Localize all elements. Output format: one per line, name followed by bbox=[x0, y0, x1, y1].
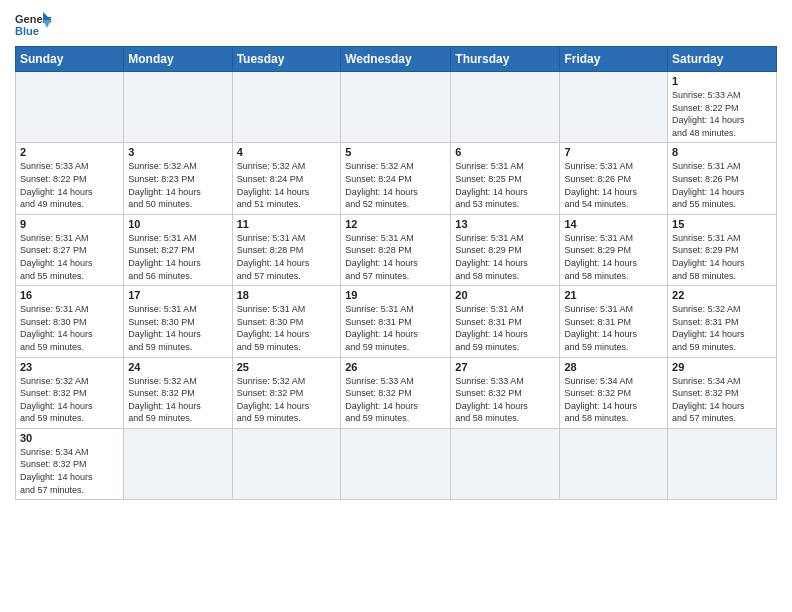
day-number: 7 bbox=[564, 146, 663, 158]
calendar-cell bbox=[341, 72, 451, 143]
day-info: Sunrise: 5:31 AM Sunset: 8:29 PM Dayligh… bbox=[672, 232, 772, 282]
day-number: 18 bbox=[237, 289, 337, 301]
day-info: Sunrise: 5:31 AM Sunset: 8:30 PM Dayligh… bbox=[20, 303, 119, 353]
day-number: 2 bbox=[20, 146, 119, 158]
day-info: Sunrise: 5:31 AM Sunset: 8:30 PM Dayligh… bbox=[237, 303, 337, 353]
day-info: Sunrise: 5:31 AM Sunset: 8:31 PM Dayligh… bbox=[345, 303, 446, 353]
day-info: Sunrise: 5:31 AM Sunset: 8:26 PM Dayligh… bbox=[672, 160, 772, 210]
calendar-week-1: 1Sunrise: 5:33 AM Sunset: 8:22 PM Daylig… bbox=[16, 72, 777, 143]
day-info: Sunrise: 5:33 AM Sunset: 8:32 PM Dayligh… bbox=[455, 375, 555, 425]
calendar-cell: 10Sunrise: 5:31 AM Sunset: 8:27 PM Dayli… bbox=[124, 214, 232, 285]
calendar-cell: 9Sunrise: 5:31 AM Sunset: 8:27 PM Daylig… bbox=[16, 214, 124, 285]
calendar-cell: 18Sunrise: 5:31 AM Sunset: 8:30 PM Dayli… bbox=[232, 286, 341, 357]
weekday-header-monday: Monday bbox=[124, 47, 232, 72]
calendar-week-4: 16Sunrise: 5:31 AM Sunset: 8:30 PM Dayli… bbox=[16, 286, 777, 357]
day-number: 4 bbox=[237, 146, 337, 158]
day-number: 14 bbox=[564, 218, 663, 230]
day-number: 9 bbox=[20, 218, 119, 230]
day-info: Sunrise: 5:32 AM Sunset: 8:32 PM Dayligh… bbox=[128, 375, 227, 425]
calendar-cell: 1Sunrise: 5:33 AM Sunset: 8:22 PM Daylig… bbox=[668, 72, 777, 143]
calendar-cell: 6Sunrise: 5:31 AM Sunset: 8:25 PM Daylig… bbox=[451, 143, 560, 214]
calendar-cell: 17Sunrise: 5:31 AM Sunset: 8:30 PM Dayli… bbox=[124, 286, 232, 357]
day-info: Sunrise: 5:31 AM Sunset: 8:25 PM Dayligh… bbox=[455, 160, 555, 210]
weekday-header-wednesday: Wednesday bbox=[341, 47, 451, 72]
day-number: 8 bbox=[672, 146, 772, 158]
calendar-cell: 25Sunrise: 5:32 AM Sunset: 8:32 PM Dayli… bbox=[232, 357, 341, 428]
calendar-cell: 30Sunrise: 5:34 AM Sunset: 8:32 PM Dayli… bbox=[16, 428, 124, 499]
calendar-cell: 15Sunrise: 5:31 AM Sunset: 8:29 PM Dayli… bbox=[668, 214, 777, 285]
day-info: Sunrise: 5:33 AM Sunset: 8:22 PM Dayligh… bbox=[672, 89, 772, 139]
calendar-cell: 3Sunrise: 5:32 AM Sunset: 8:23 PM Daylig… bbox=[124, 143, 232, 214]
calendar-cell: 14Sunrise: 5:31 AM Sunset: 8:29 PM Dayli… bbox=[560, 214, 668, 285]
day-number: 19 bbox=[345, 289, 446, 301]
day-number: 17 bbox=[128, 289, 227, 301]
calendar-cell: 20Sunrise: 5:31 AM Sunset: 8:31 PM Dayli… bbox=[451, 286, 560, 357]
calendar-table: SundayMondayTuesdayWednesdayThursdayFrid… bbox=[15, 46, 777, 500]
calendar-week-3: 9Sunrise: 5:31 AM Sunset: 8:27 PM Daylig… bbox=[16, 214, 777, 285]
weekday-header-saturday: Saturday bbox=[668, 47, 777, 72]
calendar-cell: 11Sunrise: 5:31 AM Sunset: 8:28 PM Dayli… bbox=[232, 214, 341, 285]
day-number: 13 bbox=[455, 218, 555, 230]
calendar-cell: 26Sunrise: 5:33 AM Sunset: 8:32 PM Dayli… bbox=[341, 357, 451, 428]
calendar-cell bbox=[232, 72, 341, 143]
calendar-cell bbox=[451, 428, 560, 499]
calendar-header-row: SundayMondayTuesdayWednesdayThursdayFrid… bbox=[16, 47, 777, 72]
day-number: 11 bbox=[237, 218, 337, 230]
calendar-week-2: 2Sunrise: 5:33 AM Sunset: 8:22 PM Daylig… bbox=[16, 143, 777, 214]
day-info: Sunrise: 5:31 AM Sunset: 8:29 PM Dayligh… bbox=[455, 232, 555, 282]
day-number: 3 bbox=[128, 146, 227, 158]
day-info: Sunrise: 5:31 AM Sunset: 8:26 PM Dayligh… bbox=[564, 160, 663, 210]
calendar-cell: 23Sunrise: 5:32 AM Sunset: 8:32 PM Dayli… bbox=[16, 357, 124, 428]
svg-text:Blue: Blue bbox=[15, 25, 39, 37]
calendar-cell: 28Sunrise: 5:34 AM Sunset: 8:32 PM Dayli… bbox=[560, 357, 668, 428]
day-info: Sunrise: 5:33 AM Sunset: 8:22 PM Dayligh… bbox=[20, 160, 119, 210]
calendar-cell: 4Sunrise: 5:32 AM Sunset: 8:24 PM Daylig… bbox=[232, 143, 341, 214]
day-number: 21 bbox=[564, 289, 663, 301]
day-info: Sunrise: 5:31 AM Sunset: 8:27 PM Dayligh… bbox=[20, 232, 119, 282]
calendar-cell: 13Sunrise: 5:31 AM Sunset: 8:29 PM Dayli… bbox=[451, 214, 560, 285]
calendar-cell: 21Sunrise: 5:31 AM Sunset: 8:31 PM Dayli… bbox=[560, 286, 668, 357]
weekday-header-friday: Friday bbox=[560, 47, 668, 72]
day-number: 29 bbox=[672, 361, 772, 373]
calendar-cell bbox=[341, 428, 451, 499]
calendar-cell bbox=[16, 72, 124, 143]
calendar-cell: 16Sunrise: 5:31 AM Sunset: 8:30 PM Dayli… bbox=[16, 286, 124, 357]
calendar-cell: 19Sunrise: 5:31 AM Sunset: 8:31 PM Dayli… bbox=[341, 286, 451, 357]
day-number: 25 bbox=[237, 361, 337, 373]
day-number: 28 bbox=[564, 361, 663, 373]
calendar-cell: 5Sunrise: 5:32 AM Sunset: 8:24 PM Daylig… bbox=[341, 143, 451, 214]
day-info: Sunrise: 5:34 AM Sunset: 8:32 PM Dayligh… bbox=[672, 375, 772, 425]
day-number: 24 bbox=[128, 361, 227, 373]
day-number: 15 bbox=[672, 218, 772, 230]
calendar-cell: 2Sunrise: 5:33 AM Sunset: 8:22 PM Daylig… bbox=[16, 143, 124, 214]
day-info: Sunrise: 5:32 AM Sunset: 8:24 PM Dayligh… bbox=[345, 160, 446, 210]
calendar-cell: 27Sunrise: 5:33 AM Sunset: 8:32 PM Dayli… bbox=[451, 357, 560, 428]
day-info: Sunrise: 5:31 AM Sunset: 8:28 PM Dayligh… bbox=[237, 232, 337, 282]
calendar-cell bbox=[451, 72, 560, 143]
logo: General Blue bbox=[15, 10, 51, 38]
calendar-cell bbox=[560, 72, 668, 143]
day-info: Sunrise: 5:32 AM Sunset: 8:31 PM Dayligh… bbox=[672, 303, 772, 353]
day-number: 5 bbox=[345, 146, 446, 158]
day-number: 1 bbox=[672, 75, 772, 87]
day-info: Sunrise: 5:31 AM Sunset: 8:31 PM Dayligh… bbox=[455, 303, 555, 353]
calendar-cell: 7Sunrise: 5:31 AM Sunset: 8:26 PM Daylig… bbox=[560, 143, 668, 214]
calendar-cell: 8Sunrise: 5:31 AM Sunset: 8:26 PM Daylig… bbox=[668, 143, 777, 214]
day-info: Sunrise: 5:31 AM Sunset: 8:27 PM Dayligh… bbox=[128, 232, 227, 282]
day-number: 26 bbox=[345, 361, 446, 373]
day-info: Sunrise: 5:34 AM Sunset: 8:32 PM Dayligh… bbox=[564, 375, 663, 425]
page-header: General Blue bbox=[15, 10, 777, 38]
day-info: Sunrise: 5:32 AM Sunset: 8:32 PM Dayligh… bbox=[20, 375, 119, 425]
day-info: Sunrise: 5:32 AM Sunset: 8:23 PM Dayligh… bbox=[128, 160, 227, 210]
day-number: 23 bbox=[20, 361, 119, 373]
calendar-cell bbox=[124, 72, 232, 143]
day-info: Sunrise: 5:31 AM Sunset: 8:28 PM Dayligh… bbox=[345, 232, 446, 282]
day-number: 10 bbox=[128, 218, 227, 230]
weekday-header-tuesday: Tuesday bbox=[232, 47, 341, 72]
day-number: 6 bbox=[455, 146, 555, 158]
day-number: 20 bbox=[455, 289, 555, 301]
day-info: Sunrise: 5:31 AM Sunset: 8:30 PM Dayligh… bbox=[128, 303, 227, 353]
calendar-cell: 29Sunrise: 5:34 AM Sunset: 8:32 PM Dayli… bbox=[668, 357, 777, 428]
day-info: Sunrise: 5:31 AM Sunset: 8:29 PM Dayligh… bbox=[564, 232, 663, 282]
calendar-cell bbox=[124, 428, 232, 499]
